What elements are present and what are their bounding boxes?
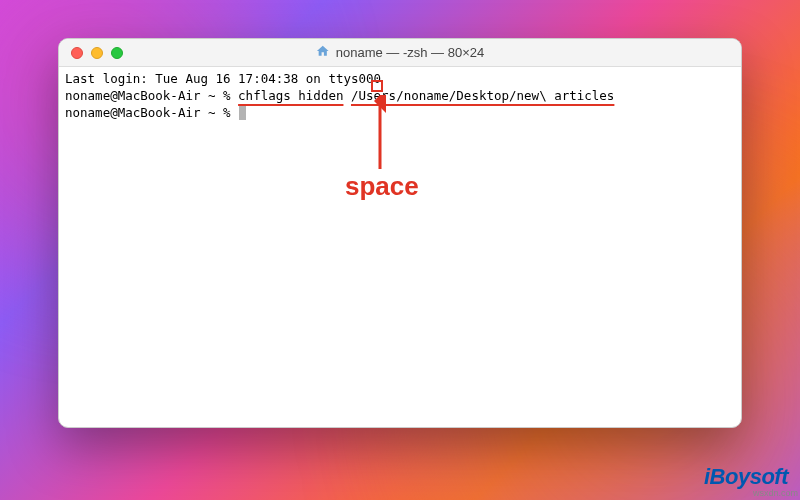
terminal-line-prompt: noname@MacBook-Air ~ % bbox=[65, 105, 735, 122]
title-bar[interactable]: noname — -zsh — 80×24 bbox=[59, 39, 741, 67]
terminal-line-command: noname@MacBook-Air ~ % chflags hidden /U… bbox=[65, 88, 735, 105]
annotation-label: space bbox=[345, 169, 419, 204]
command-space bbox=[343, 88, 351, 103]
command-text-part2: /Users/noname/Desktop/new\ articles bbox=[351, 88, 614, 103]
command-text-part1: chflags hidden bbox=[238, 88, 343, 103]
cursor-icon bbox=[239, 106, 246, 120]
watermark-brand: iBoysoft bbox=[704, 464, 788, 490]
terminal-window: noname — -zsh — 80×24 Last login: Tue Au… bbox=[58, 38, 742, 428]
minimize-button[interactable] bbox=[91, 47, 103, 59]
home-icon bbox=[316, 44, 330, 61]
prompt-text: noname@MacBook-Air ~ % bbox=[65, 88, 238, 103]
window-title: noname — -zsh — 80×24 bbox=[336, 45, 485, 60]
close-button[interactable] bbox=[71, 47, 83, 59]
maximize-button[interactable] bbox=[111, 47, 123, 59]
terminal-line-login: Last login: Tue Aug 16 17:04:38 on ttys0… bbox=[65, 71, 735, 88]
watermark-sub: wsxdn.com bbox=[753, 488, 798, 498]
terminal-body[interactable]: Last login: Tue Aug 16 17:04:38 on ttys0… bbox=[59, 67, 741, 427]
prompt-text: noname@MacBook-Air ~ % bbox=[65, 105, 238, 120]
traffic-lights bbox=[59, 47, 123, 59]
window-title-area: noname — -zsh — 80×24 bbox=[316, 44, 485, 61]
